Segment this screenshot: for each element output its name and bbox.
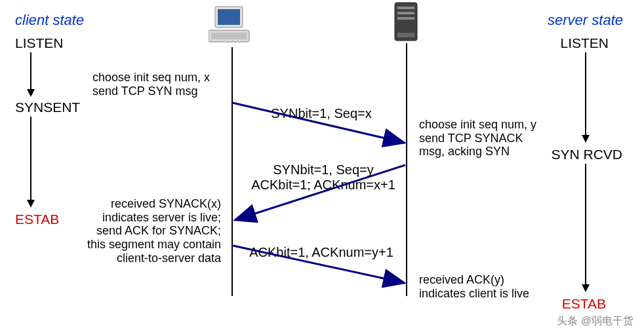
handshake-arrows xyxy=(0,0,644,336)
svg-line-11 xyxy=(235,165,405,220)
svg-line-10 xyxy=(233,103,405,143)
watermark: 头条 @弱电干货 xyxy=(557,314,634,328)
svg-line-12 xyxy=(233,246,405,283)
